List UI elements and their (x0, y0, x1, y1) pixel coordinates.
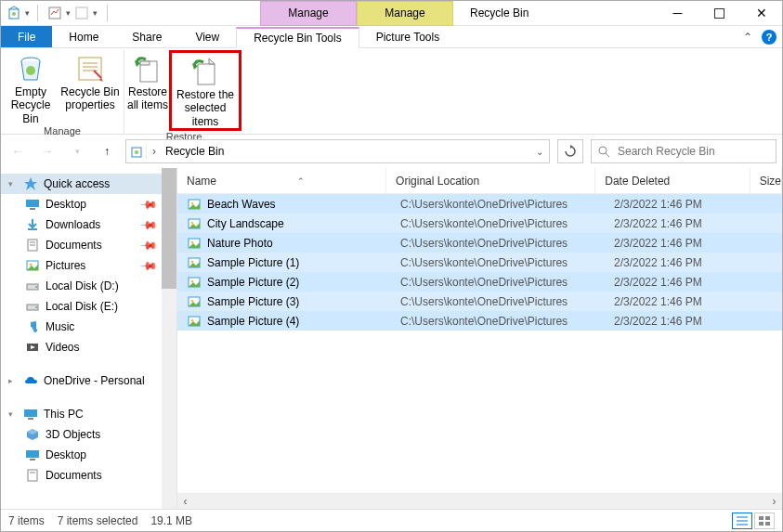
recycle-bin-properties-button[interactable]: Recycle Bin properties (59, 50, 122, 125)
close-button[interactable]: ✕ (740, 1, 782, 26)
file-date-deleted: 2/3/2022 1:46 PM (605, 315, 763, 328)
tab-recycle-bin-tools[interactable]: Recycle Bin Tools (236, 27, 359, 48)
recycle-bin-properties-icon (75, 54, 105, 84)
downloads-icon (25, 217, 40, 232)
minimize-button[interactable]: ─ (657, 1, 698, 26)
sidebar-item-3d-objects[interactable]: 3D Objects (1, 424, 176, 445)
objects3d-icon (25, 427, 40, 442)
tab-picture-tools[interactable]: Picture Tools (359, 26, 456, 47)
back-button[interactable]: ← (7, 140, 29, 162)
separator (107, 5, 108, 21)
table-row[interactable]: Sample Picture (1)C:\Users\konte\OneDriv… (177, 253, 782, 272)
svg-line-20 (606, 153, 609, 157)
expand-icon[interactable]: ▾ (8, 179, 18, 188)
sidebar-item-local-d[interactable]: Local Disk (D:) (1, 276, 176, 296)
sidebar-item-onedrive[interactable]: ▸OneDrive - Personal (1, 370, 176, 391)
breadcrumb-chevron-icon[interactable]: › (147, 145, 162, 158)
tab-file[interactable]: File (1, 26, 52, 47)
column-header-location[interactable]: Original Location (386, 168, 595, 193)
view-thumbnails-button[interactable] (754, 513, 775, 529)
svg-rect-41 (30, 459, 35, 461)
location-icon[interactable] (126, 144, 147, 159)
table-row[interactable]: City LandscapeC:\Users\konte\OneDrive\Pi… (177, 214, 782, 233)
search-box[interactable] (591, 139, 776, 163)
qat-newfolder-icon[interactable] (72, 4, 91, 22)
horizontal-scrollbar[interactable]: ‹ › (177, 493, 782, 509)
table-row[interactable]: Sample Picture (2)C:\Users\konte\OneDriv… (177, 272, 782, 292)
picture-file-icon (187, 216, 202, 231)
quick-access-icon (23, 176, 38, 191)
sidebar-item-desktop[interactable]: Desktop📌 (1, 194, 176, 214)
table-row[interactable]: Nature PhotoC:\Users\konte\OneDrive\Pict… (177, 233, 782, 253)
sidebar-item-pc-desktop[interactable]: Desktop (1, 445, 176, 465)
sidebar-item-quick-access[interactable]: ▾ Quick access (1, 174, 176, 194)
pin-icon[interactable]: 📌 (139, 195, 159, 214)
maximize-button[interactable] (698, 1, 740, 26)
pin-icon[interactable]: 📌 (139, 256, 159, 276)
restore-selected-items-button[interactable]: Restore the selected items (169, 50, 241, 131)
history-chevron-icon[interactable]: ▾ (66, 140, 88, 162)
context-tab-picture[interactable]: Manage (357, 1, 453, 26)
expand-icon[interactable]: ▾ (8, 409, 18, 419)
sidebar-item-pictures[interactable]: Pictures📌 (1, 255, 176, 276)
nav-scrollbar-thumb[interactable] (162, 168, 176, 289)
qat-chevron2-icon[interactable]: ▾ (93, 8, 98, 18)
scroll-left-icon[interactable]: ‹ (177, 495, 193, 508)
up-button[interactable]: ↑ (96, 140, 118, 162)
tab-share[interactable]: Share (115, 26, 178, 47)
navigation-pane[interactable]: ▾ Quick access Desktop📌 Downloads📌 Docum… (1, 168, 177, 509)
empty-recycle-bin-button[interactable]: Empty Recycle Bin (3, 50, 59, 125)
expand-icon[interactable]: ▸ (8, 376, 18, 385)
file-name: Sample Picture (2) (207, 276, 299, 289)
refresh-button[interactable] (557, 139, 583, 163)
pin-icon[interactable]: 📌 (139, 236, 159, 255)
breadcrumb-location[interactable]: Recycle Bin (162, 145, 228, 158)
file-original-location: C:\Users\konte\OneDrive\Pictures (391, 315, 605, 328)
table-row[interactable]: Beach WavesC:\Users\konte\OneDrive\Pictu… (177, 194, 782, 214)
documents-icon (25, 238, 40, 253)
navigation-row: ← → ▾ ↑ › Recycle Bin ⌄ (1, 135, 782, 168)
title-bar: ▾ ▾ ▾ Manage Manage Recycle Bin ─ ✕ (1, 1, 782, 26)
picture-file-icon (187, 236, 202, 251)
context-tab-recycle[interactable]: Manage (260, 1, 357, 26)
sidebar-item-local-e[interactable]: Local Disk (E:) (1, 296, 176, 317)
table-row[interactable]: Sample Picture (4)C:\Users\konte\OneDriv… (177, 311, 782, 331)
column-header-name[interactable]: Name⌃ (177, 168, 386, 193)
column-header-date[interactable]: Date Deleted (595, 168, 750, 193)
status-item-count: 7 items (8, 514, 45, 527)
sidebar-item-this-pc[interactable]: ▾This PC (1, 404, 176, 424)
svg-point-45 (191, 201, 194, 204)
table-row[interactable]: Sample Picture (3)C:\Users\konte\OneDriv… (177, 292, 782, 311)
forward-button[interactable]: → (36, 140, 59, 162)
tab-home[interactable]: Home (52, 26, 115, 47)
tab-view[interactable]: View (178, 26, 236, 47)
svg-marker-21 (24, 177, 37, 190)
sidebar-item-videos[interactable]: Videos (1, 337, 176, 357)
file-name: City Landscape (207, 217, 284, 230)
search-input[interactable] (616, 144, 770, 159)
svg-point-1 (12, 12, 16, 16)
pin-icon[interactable]: 📌 (139, 215, 159, 235)
file-name: Nature Photo (207, 237, 273, 250)
address-dropdown-icon[interactable]: ⌄ (536, 147, 549, 157)
restore-selected-label: Restore the selected items (172, 88, 239, 128)
collapse-ribbon-icon[interactable]: ⌃ (743, 31, 752, 44)
sidebar-item-documents[interactable]: Documents📌 (1, 235, 176, 255)
svg-rect-61 (759, 516, 763, 520)
svg-point-6 (26, 66, 35, 75)
sidebar-item-pc-documents[interactable]: Documents (1, 465, 176, 486)
sidebar-item-downloads[interactable]: Downloads📌 (1, 214, 176, 235)
qat-properties-icon[interactable] (46, 4, 64, 22)
qat-chevron-icon[interactable]: ▾ (66, 8, 71, 18)
qat-menu-chevron-icon[interactable]: ▾ (25, 8, 30, 18)
sidebar-item-music[interactable]: Music (1, 317, 176, 337)
address-bar[interactable]: › Recycle Bin ⌄ (125, 139, 550, 163)
sidebar-label: Pictures (46, 259, 85, 272)
file-name: Sample Picture (4) (207, 315, 299, 328)
sidebar-label: Quick access (44, 177, 110, 190)
restore-all-items-button[interactable]: Restore all items (126, 50, 169, 131)
view-details-button[interactable] (732, 513, 752, 529)
help-icon[interactable]: ? (762, 30, 776, 45)
scroll-right-icon[interactable]: › (766, 495, 782, 508)
column-header-size[interactable]: Size (750, 168, 782, 193)
